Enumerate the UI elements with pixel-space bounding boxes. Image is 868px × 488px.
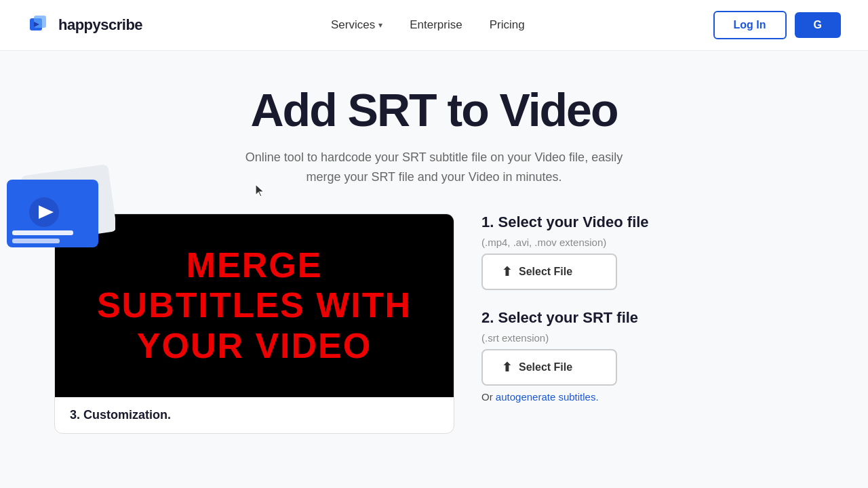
video-preview-text: MERGE SUBTITLES WITH YOUR VIDEO [83,239,425,373]
autogenerate-text: Or autogenerate subtitles. [481,391,814,403]
steps-panel: 1. Select your Video file (.mp4, .avi, .… [481,214,814,434]
nav-actions: Log In G [713,11,841,39]
svg-rect-7 [12,230,73,235]
page-title: Add SRT to Video [251,85,618,136]
upload-icon: ⬆ [502,264,512,279]
step3-label: 3. Customization. [55,397,454,433]
autogenerate-link[interactable]: autogenerate subtitles. [496,391,599,403]
step-2-subtitle: (.srt extension) [481,332,814,344]
upload-icon-2: ⬆ [502,360,512,375]
chevron-down-icon: ▾ [378,20,382,30]
nav-links: Services ▾ Enterprise Pricing [331,18,525,32]
logo-text: happyscribe [58,16,142,34]
svg-rect-8 [12,239,60,243]
nav-enterprise[interactable]: Enterprise [410,18,462,32]
step-2-title: 2. Select your SRT file [481,309,814,327]
navbar: happyscribe Services ▾ Enterprise Pricin… [0,0,868,51]
step-1-subtitle: (.mp4, .avi, .mov extension) [481,237,814,248]
step-2-section: 2. Select your SRT file (.srt extension)… [481,309,814,403]
nav-pricing[interactable]: Pricing [490,18,525,32]
hero-illustration [0,139,122,274]
select-srt-file-button[interactable]: ⬆ Select File [481,349,617,386]
hero-section: Add SRT to Video Online tool to hardcode… [0,51,868,186]
step-1-section: 1. Select your Video file (.mp4, .avi, .… [481,214,814,290]
nav-services[interactable]: Services ▾ [331,18,382,32]
select-video-file-button[interactable]: ⬆ Select File [481,253,617,290]
logo[interactable]: happyscribe [27,13,142,37]
step-1-title: 1. Select your Video file [481,214,814,231]
hero-subtitle: Online tool to hardcode your SRT subtitl… [244,148,624,187]
content-area: MERGE SUBTITLES WITH YOUR VIDEO 3. Custo… [0,193,868,434]
login-button[interactable]: Log In [713,11,787,39]
get-started-button[interactable]: G [795,12,841,38]
logo-icon [27,13,52,37]
